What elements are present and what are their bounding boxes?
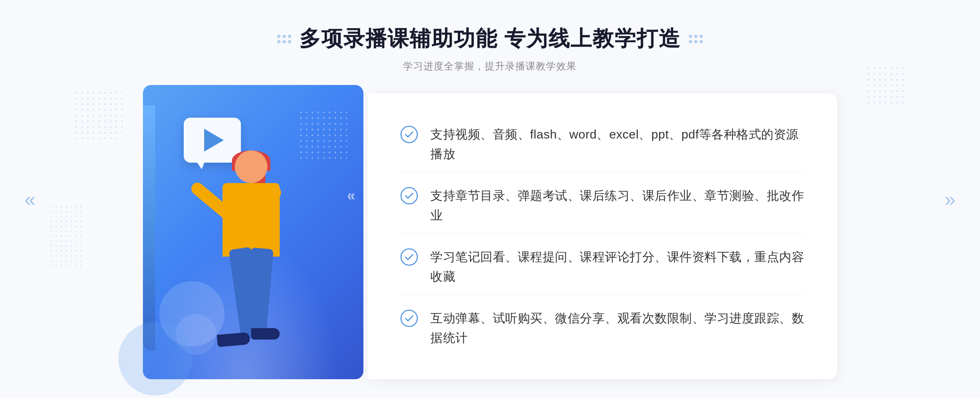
decorative-dots-left2 (49, 204, 82, 270)
prev-arrow[interactable]: « (24, 188, 36, 210)
person-shoe-right (251, 328, 280, 340)
person-shoe-left (217, 332, 250, 347)
decorative-dots-right (866, 65, 906, 106)
check-icon-2 (400, 187, 418, 205)
feature-text-2: 支持章节目录、弹题考试、课后练习、课后作业、章节测验、批改作业 (430, 186, 804, 225)
svg-point-0 (401, 126, 417, 143)
figure-container (163, 142, 335, 379)
title-row: 多项录播课辅助功能 专为线上教学打造 (277, 25, 703, 53)
feature-text-4: 互动弹幕、试听购买、微信分享、观看次数限制、学习进度跟踪、数据统计 (430, 309, 804, 348)
person-head (235, 150, 267, 183)
svg-point-2 (401, 249, 417, 265)
stripe-bar (143, 105, 155, 351)
illustration-area: « (143, 93, 372, 379)
check-icon-3 (400, 248, 418, 266)
page-title: 多项录播课辅助功能 专为线上教学打造 (299, 25, 681, 53)
page-container: « » 多项录播课辅助功能 专为线上教学打造 学习进度全掌握，提升录播课教学效果 (0, 0, 980, 398)
svg-point-1 (401, 188, 417, 204)
feature-text-3: 学习笔记回看、课程提问、课程评论打分、课件资料下载，重点内容收藏 (430, 247, 804, 286)
title-decoration-right (689, 35, 703, 43)
page-subtitle: 学习进度全掌握，提升录播课教学效果 (277, 60, 703, 73)
feature-item-2: 支持章节目录、弹题考试、课后练习、课后作业、章节测验、批改作业 (400, 178, 804, 234)
title-decoration-left (277, 35, 291, 43)
check-icon-4 (400, 309, 418, 327)
chevrons-decoration: « (347, 187, 355, 204)
feature-item-4: 互动弹幕、试听购买、微信分享、观看次数限制、学习进度跟踪、数据统计 (400, 300, 804, 356)
blue-circle-bottom (118, 322, 192, 396)
features-area: 支持视频、音频、flash、word、excel、ppt、pdf等各种格式的资源… (368, 93, 837, 379)
header-section: 多项录播课辅助功能 专为线上教学打造 学习进度全掌握，提升录播课教学效果 (277, 25, 703, 73)
next-arrow[interactable]: » (944, 188, 956, 210)
feature-text-1: 支持视频、音频、flash、word、excel、ppt、pdf等各种格式的资源… (430, 125, 804, 164)
feature-item-3: 学习笔记回看、课程提问、课程评论打分、课件资料下载，重点内容收藏 (400, 239, 804, 295)
svg-point-3 (401, 310, 417, 326)
decorative-dots-left (74, 90, 122, 139)
person-illustration (188, 150, 310, 379)
check-icon-1 (400, 125, 418, 143)
main-content: « (143, 93, 837, 379)
feature-item-1: 支持视频、音频、flash、word、excel、ppt、pdf等各种格式的资源… (400, 116, 804, 172)
